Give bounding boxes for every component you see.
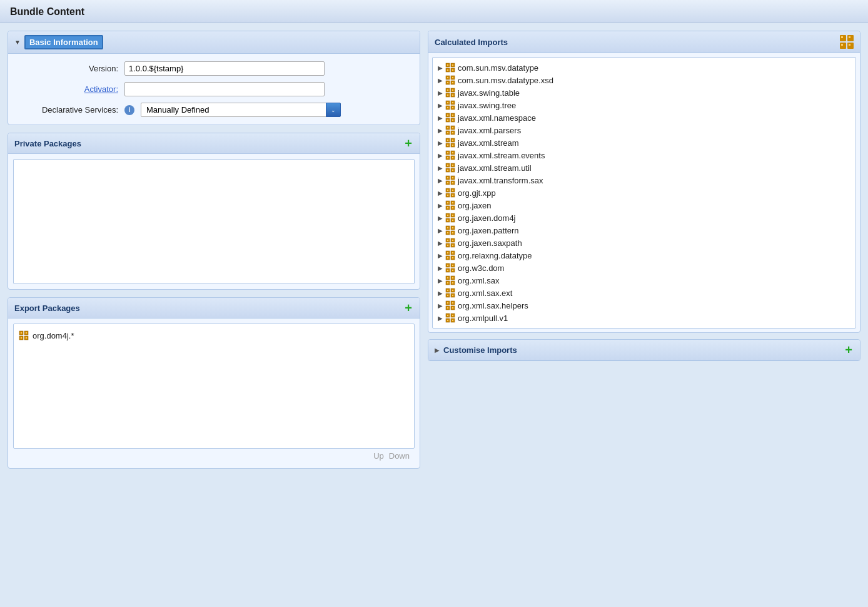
svg-rect-47 bbox=[452, 107, 453, 108]
activator-label[interactable]: Activator: bbox=[18, 84, 118, 94]
svg-rect-173 bbox=[452, 302, 453, 304]
svg-rect-52 bbox=[447, 115, 448, 116]
svg-rect-95 bbox=[452, 182, 453, 183]
import-item-name: javax.xml.stream bbox=[458, 138, 519, 148]
activator-input[interactable] bbox=[124, 82, 325, 96]
export-packages-add-button[interactable]: + bbox=[403, 302, 413, 314]
list-item[interactable]: ▶ javax.xml.stream.util bbox=[433, 161, 855, 174]
export-packages-list: org.dom4j.* bbox=[13, 324, 415, 449]
list-item[interactable]: ▶ javax.xml.stream bbox=[433, 136, 855, 149]
list-item[interactable]: ▶ javax.xml.namespace bbox=[433, 111, 855, 124]
svg-rect-150 bbox=[447, 270, 448, 271]
svg-rect-71 bbox=[452, 145, 453, 146]
import-item-name: org.xmlpull.v1 bbox=[458, 314, 508, 323]
dropdown-arrow-button[interactable]: ⌄ bbox=[326, 103, 341, 117]
svg-rect-4 bbox=[21, 332, 22, 334]
svg-rect-119 bbox=[452, 220, 453, 221]
list-item[interactable]: ▶ javax.swing.tree bbox=[433, 99, 855, 111]
list-item[interactable]: ▶ org.jaxen.saxpath bbox=[433, 237, 855, 249]
up-button[interactable]: Up bbox=[373, 451, 384, 461]
version-input[interactable] bbox=[124, 61, 325, 76]
list-item[interactable]: ▶ com.sun.msv.datatype.xsd bbox=[433, 74, 855, 86]
package-icon bbox=[445, 263, 455, 273]
import-item-name: org.xml.sax bbox=[458, 276, 499, 285]
svg-rect-92 bbox=[447, 177, 448, 178]
settings-icon[interactable] bbox=[840, 35, 854, 49]
customise-imports-section: ▶ Customise Imports + bbox=[428, 339, 860, 361]
private-packages-title: Private Packages bbox=[14, 139, 81, 148]
tree-expand-arrow: ▶ bbox=[438, 152, 443, 159]
list-item[interactable]: ▶ javax.xml.transform.sax bbox=[433, 174, 855, 186]
tree-expand-arrow: ▶ bbox=[438, 315, 443, 322]
svg-rect-181 bbox=[452, 315, 453, 316]
tree-expand-arrow: ▶ bbox=[438, 202, 443, 209]
svg-rect-149 bbox=[452, 265, 453, 266]
declarative-services-info-icon: i bbox=[124, 105, 134, 115]
version-label: Version: bbox=[18, 64, 118, 73]
svg-rect-79 bbox=[452, 157, 453, 158]
import-item-name: javax.xml.namespace bbox=[458, 113, 536, 123]
list-item[interactable]: ▶ javax.xml.stream.events bbox=[433, 149, 855, 161]
calculated-imports-header: Calculated Imports bbox=[428, 31, 860, 53]
tree-expand-arrow: ▶ bbox=[438, 252, 443, 259]
package-icon bbox=[445, 225, 455, 235]
customise-imports-add-button[interactable]: + bbox=[844, 344, 854, 356]
svg-rect-140 bbox=[447, 252, 448, 253]
svg-rect-118 bbox=[447, 220, 448, 221]
tree-expand-arrow: ▶ bbox=[438, 89, 443, 96]
svg-rect-20 bbox=[447, 64, 448, 66]
list-item[interactable]: ▶ com.sun.msv.datatype bbox=[433, 61, 855, 74]
svg-rect-6 bbox=[21, 337, 22, 339]
svg-rect-109 bbox=[452, 202, 453, 203]
tree-expand-arrow: ▶ bbox=[438, 77, 443, 84]
svg-rect-141 bbox=[452, 252, 453, 253]
private-packages-add-button[interactable]: + bbox=[403, 137, 413, 150]
list-item[interactable]: ▶ org.jaxen.pattern bbox=[433, 224, 855, 237]
chevron-down-icon: ⌄ bbox=[331, 107, 336, 113]
export-packages-section: Export Packages + bbox=[8, 297, 420, 469]
svg-rect-126 bbox=[447, 232, 448, 233]
down-button[interactable]: Down bbox=[389, 451, 410, 461]
package-icon bbox=[445, 175, 455, 185]
package-icon bbox=[445, 313, 455, 323]
svg-rect-21 bbox=[452, 64, 453, 66]
list-item[interactable]: ▶ org.xmlpull.v1 bbox=[433, 312, 855, 324]
svg-rect-44 bbox=[447, 102, 448, 103]
list-item[interactable]: ▶ javax.xml.parsers bbox=[433, 124, 855, 136]
list-item[interactable]: ▶ javax.swing.table bbox=[433, 86, 855, 99]
tree-expand-arrow: ▶ bbox=[438, 177, 443, 184]
svg-rect-70 bbox=[447, 145, 448, 146]
svg-rect-29 bbox=[452, 77, 453, 78]
svg-rect-28 bbox=[447, 77, 448, 78]
tree-expand-arrow: ▶ bbox=[438, 127, 443, 134]
list-item[interactable]: ▶ org.xml.sax bbox=[433, 274, 855, 287]
svg-rect-148 bbox=[447, 265, 448, 266]
svg-rect-156 bbox=[447, 277, 448, 278]
import-item-name: org.xml.sax.ext bbox=[458, 288, 512, 298]
list-item[interactable]: ▶ org.relaxng.datatype bbox=[433, 249, 855, 262]
declarative-services-dropdown-container: Manually Defined Bnd Annotations None ⌄ bbox=[141, 103, 341, 117]
private-packages-body bbox=[8, 154, 420, 289]
collapse-arrow[interactable]: ▼ bbox=[14, 39, 21, 46]
declarative-services-select[interactable]: Manually Defined Bnd Annotations None bbox=[141, 103, 341, 117]
private-packages-header: Private Packages + bbox=[8, 133, 420, 154]
package-icon bbox=[445, 288, 455, 298]
list-item[interactable]: ▶ org.w3c.dom bbox=[433, 262, 855, 274]
import-item-name: org.w3c.dom bbox=[458, 263, 504, 273]
customise-imports-collapse-arrow[interactable]: ▶ bbox=[435, 347, 440, 354]
customise-imports-title: Customise Imports bbox=[443, 345, 517, 355]
tree-expand-arrow: ▶ bbox=[438, 64, 443, 71]
svg-rect-151 bbox=[452, 270, 453, 271]
svg-rect-135 bbox=[452, 245, 453, 246]
import-item-name: org.jaxen.saxpath bbox=[458, 238, 522, 248]
list-item[interactable]: ▶ org.jaxen bbox=[433, 199, 855, 212]
list-item[interactable]: ▶ org.xml.sax.ext bbox=[433, 287, 855, 299]
list-item[interactable]: ▶ org.xml.sax.helpers bbox=[433, 299, 855, 312]
list-item[interactable]: ▶ org.jaxen.dom4j bbox=[433, 212, 855, 224]
svg-rect-172 bbox=[447, 302, 448, 304]
svg-rect-182 bbox=[447, 320, 448, 321]
calculated-imports-list: ▶ com.sun.msv.datatype▶ com.sun.msv.data… bbox=[432, 57, 856, 329]
list-item[interactable]: ▶ org.gjt.xpp bbox=[433, 186, 855, 199]
basic-information-title: Basic Information bbox=[24, 35, 103, 49]
svg-rect-76 bbox=[447, 152, 448, 153]
